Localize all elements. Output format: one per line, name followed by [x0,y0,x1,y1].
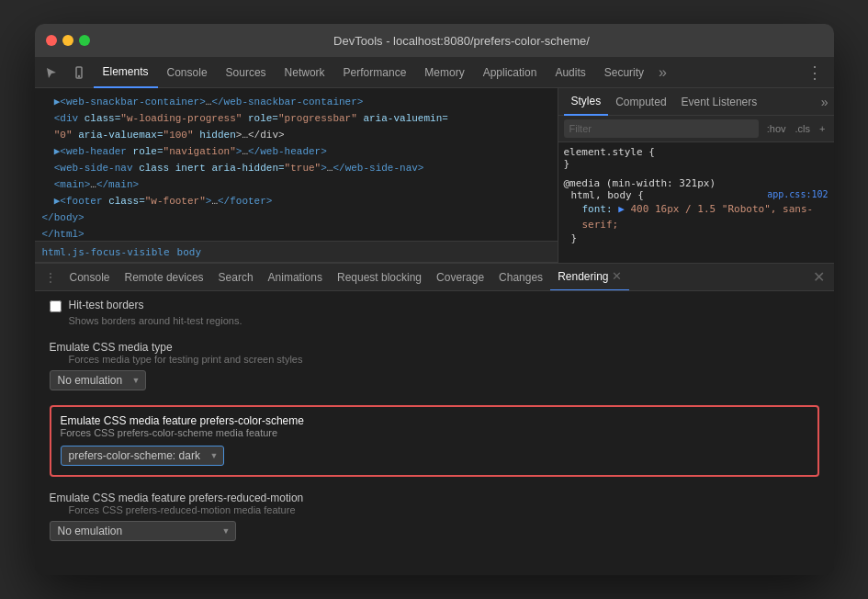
titlebar: DevTools - localhost:8080/prefers-color-… [35,24,834,57]
main-content: ▶<web-snackbar-container>…</web-snackbar… [35,88,834,263]
emulate-css-media-type-label: Emulate CSS media type [50,341,819,354]
code-line: ▶<web-header role="navigation">…</web-he… [42,143,550,160]
bottom-drawer: ⋮ Console Remote devices Search Animatio… [35,263,834,575]
style-rule-element: element.style { } [564,146,829,170]
code-line: <web-side-nav class inert aria-hidden="t… [42,160,550,176]
maximize-button[interactable] [79,35,90,46]
emulate-prefers-reduced-motion-desc: Forces CSS prefers-reduced-motion media … [50,504,819,515]
top-tabs-bar: Elements Console Sources Network Perform… [35,57,834,88]
window-title: DevTools - localhost:8080/prefers-color-… [101,34,823,48]
tab-application[interactable]: Application [474,57,547,88]
add-style-button[interactable]: + [817,122,828,135]
styles-filter-input[interactable] [564,119,759,138]
hit-test-borders-desc: Shows borders around hit-test regions. [50,315,819,326]
hit-test-header: Hit-test borders [50,299,819,312]
devtools-body: Elements Console Sources Network Perform… [35,57,834,575]
styles-content: element.style { } @media (min-width: 321… [558,142,834,263]
drawer-tab-coverage[interactable]: Coverage [429,264,491,291]
close-rendering-tab-icon[interactable]: ✕ [612,269,622,283]
tab-security[interactable]: Security [595,57,653,88]
style-selector: element.style { [564,146,829,158]
emulate-css-media-type-item: Emulate CSS media type Forces media type… [50,341,819,390]
hov-filter-button[interactable]: :hov [764,122,789,135]
devtools-window: DevTools - localhost:8080/prefers-color-… [35,24,834,575]
tab-console[interactable]: Console [158,57,217,88]
emulate-prefers-color-scheme-item: Emulate CSS media feature prefers-color-… [50,405,819,477]
rendering-content: Hit-test borders Shows borders around hi… [35,291,834,575]
code-line: </html> [42,226,550,241]
svg-point-1 [78,75,79,76]
tab-styles[interactable]: Styles [564,88,609,116]
close-drawer-icon[interactable]: ✕ [807,268,830,286]
drawer-tab-changes[interactable]: Changes [491,264,550,291]
more-styles-tabs-icon[interactable]: » [821,95,829,109]
hit-test-borders-checkbox[interactable] [50,300,62,312]
breadcrumb-item-body[interactable]: body [177,246,202,258]
more-tabs-icon[interactable]: » [653,64,672,81]
tab-computed[interactable]: Computed [608,88,673,116]
style-rule-media: @media (min-width: 321px) html, body { a… [564,177,829,244]
mobile-icon[interactable] [66,60,92,85]
traffic-lights [46,35,90,46]
emulate-prefers-color-scheme-select[interactable]: No emulation prefers-color-scheme: light… [61,446,224,466]
drawer-tab-remote-devices[interactable]: Remote devices [118,264,211,291]
emulate-css-media-type-select-row: No emulation print screen [50,370,819,390]
emulate-css-media-type-desc: Forces media type for testing print and … [50,354,819,365]
emulate-prefers-reduced-motion-item: Emulate CSS media feature prefers-reduce… [50,492,819,541]
drawer-tab-animations[interactable]: Animations [261,264,330,291]
styles-tabs-bar: Styles Computed Event Listeners » [558,88,834,116]
tab-network[interactable]: Network [276,57,334,88]
breadcrumb: html.js-focus-visible body [35,241,558,263]
drawer-tabs-bar: ⋮ Console Remote devices Search Animatio… [35,264,834,291]
code-line: "0" aria-valuemax="100" hidden>…</div> [42,127,550,143]
drawer-tab-search[interactable]: Search [211,264,261,291]
emulate-prefers-reduced-motion-label: Emulate CSS media feature prefers-reduce… [50,492,819,504]
emulate-prefers-reduced-motion-select[interactable]: No emulation prefers-reduced-motion: red… [50,521,236,541]
emulate-prefers-reduced-motion-select-wrapper: No emulation prefers-reduced-motion: red… [50,521,236,541]
drawer-tab-rendering[interactable]: Rendering ✕ [550,264,628,291]
close-button[interactable] [46,35,57,46]
tab-elements[interactable]: Elements [94,57,158,88]
tab-memory[interactable]: Memory [415,57,473,88]
tab-performance[interactable]: Performance [334,57,416,88]
style-source-link[interactable]: app.css:102 [767,189,828,201]
styles-filter-row: :hov .cls + [558,116,834,142]
breadcrumb-item-html[interactable]: html.js-focus-visible [42,246,170,258]
media-query-label: @media (min-width: 321px) [564,177,829,189]
emulate-css-media-type-select[interactable]: No emulation print screen [50,370,146,390]
styles-filter-buttons: :hov .cls + [764,122,829,135]
emulate-css-media-type-select-wrapper: No emulation print screen [50,370,146,390]
minimize-button[interactable] [62,35,73,46]
dom-code-area[interactable]: ▶<web-snackbar-container>…</web-snackbar… [35,88,558,241]
dom-panel: ▶<web-snackbar-container>…</web-snackbar… [35,88,558,263]
cls-filter-button[interactable]: .cls [793,122,814,135]
tab-sources[interactable]: Sources [217,57,276,88]
code-line: </body> [42,209,550,226]
html-body-selector: html, body { [571,189,644,201]
drawer-handle-icon[interactable]: ⋮ [39,270,62,285]
code-line: <main>…</main> [42,176,550,193]
tab-audits[interactable]: Audits [546,57,594,88]
devtools-menu-icon[interactable]: ⋮ [799,62,830,83]
tab-event-listeners[interactable]: Event Listeners [674,88,765,116]
rendering-section: Hit-test borders Shows borders around hi… [50,299,819,541]
hit-test-borders-label: Hit-test borders [69,299,144,311]
drawer-tab-console[interactable]: Console [62,264,118,291]
cursor-icon[interactable] [39,60,64,85]
emulate-prefers-color-scheme-label: Emulate CSS media feature prefers-color-… [61,414,808,427]
code-line: ▶<footer class="w-footer">…</footer> [42,193,550,209]
hit-test-borders-item: Hit-test borders Shows borders around hi… [50,299,819,326]
emulate-prefers-color-scheme-desc: Forces CSS prefers-color-scheme media fe… [61,427,808,438]
code-line: <div class="w-loading-progress" role="pr… [42,110,550,127]
drawer-tab-request-blocking[interactable]: Request blocking [330,264,429,291]
styles-panel: Styles Computed Event Listeners » :hov .… [558,88,834,263]
code-line: ▶<web-snackbar-container>…</web-snackbar… [42,94,550,110]
style-property: font: ▶ 400 16px / 1.5 "Roboto", sans-se… [571,201,829,232]
emulate-prefers-color-scheme-select-wrapper: No emulation prefers-color-scheme: light… [61,446,224,466]
